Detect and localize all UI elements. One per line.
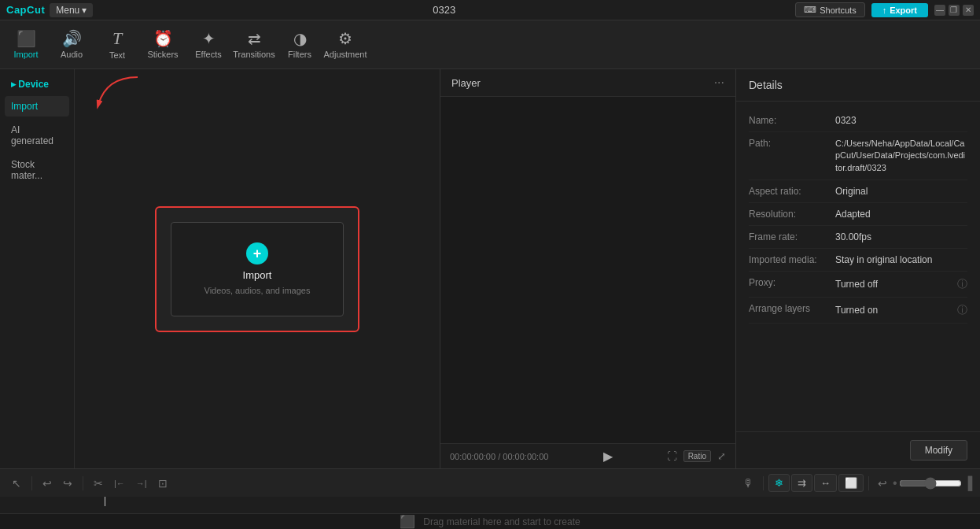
speed-button[interactable]: ⇉ (791, 474, 812, 492)
transitions-icon: ⇄ (248, 31, 261, 46)
details-header: Details (736, 69, 980, 102)
tool-text-label: Text (109, 50, 125, 60)
split-button[interactable]: ✂ (90, 475, 107, 492)
project-name: 0323 (433, 4, 455, 16)
main-content: ▸ Device Import AI generated Stock mater… (0, 69, 980, 468)
import-box[interactable]: + Import Videos, audios, and images (155, 206, 359, 332)
tool-transitions-label: Transitions (233, 50, 274, 59)
right-tool-group: 🎙 ❄ ⇉ ↔ ⬜ ↩ • ▐ (739, 474, 972, 492)
player-controls: 00:00:00:00 / 00:00:00:00 ▶ ⛶ Ratio ⤢ (440, 443, 735, 468)
arrange-info-icon[interactable]: ⓘ (957, 303, 967, 317)
sidebar-item-stock[interactable]: Stock mater... (5, 154, 69, 186)
detail-row-aspect: Aspect ratio: Original (749, 180, 967, 203)
tool-adjustment[interactable]: ⚙ Adjustment (322, 22, 368, 68)
trim-left-button[interactable]: |← (110, 476, 129, 490)
detail-label-framerate: Frame rate: (749, 231, 835, 242)
player-title: Player (451, 77, 481, 89)
separator-1 (31, 476, 32, 490)
group-button[interactable]: ⊡ (154, 475, 171, 492)
proxy-info-icon[interactable]: ⓘ (957, 277, 967, 291)
loop-button[interactable]: ↔ (814, 474, 837, 492)
left-panel: ▸ Device Import AI generated Stock mater… (0, 69, 440, 468)
shortcuts-button[interactable]: ⌨ Shortcuts (795, 2, 864, 17)
modify-button[interactable]: Modify (910, 440, 967, 461)
freeze-button[interactable]: ❄ (768, 474, 790, 492)
select-tool-button[interactable]: ↖ (8, 475, 25, 492)
bottom-toolbar: ↖ ↩ ↪ ✂ |← →| ⊡ 🎙 ❄ ⇉ ↔ ⬜ ↩ • ▐ (0, 468, 980, 497)
arrow-annotation (90, 73, 153, 120)
details-panel: Details Name: 0323 Path: C:/Users/Neha/A… (736, 69, 980, 468)
expand-btn[interactable]: ⤢ (717, 450, 726, 462)
import-icon: ⬛ (17, 31, 36, 46)
player-body (440, 97, 735, 443)
minimize-button[interactable]: — (934, 5, 945, 16)
detail-label-aspect: Aspect ratio: (749, 186, 835, 197)
detail-row-name: Name: 0323 (749, 109, 967, 132)
detail-row-proxy: Proxy: Turned off ⓘ (749, 272, 967, 298)
import-subtitle: Videos, audios, and images (204, 286, 311, 295)
separator-4 (868, 476, 869, 490)
player-menu-button[interactable]: ··· (714, 76, 724, 90)
drag-placeholder-label: Drag material here and start to create (423, 516, 580, 527)
tool-stickers[interactable]: ⏰ Stickers (140, 22, 186, 68)
tool-stickers-label: Stickers (147, 50, 178, 59)
window-controls: — ❐ ✕ (934, 5, 974, 16)
tool-transitions[interactable]: ⇄ Transitions (231, 22, 277, 68)
toolbar: ⬛ Import 🔊 Audio T Text ⏰ Stickers ✦ Eff… (0, 20, 980, 69)
timeline-placeholder: ⬛ Drag material here and start to create (400, 514, 580, 529)
trim-right-button[interactable]: →| (132, 476, 151, 490)
detail-row-resolution: Resolution: Adapted (749, 203, 967, 226)
play-button[interactable]: ▶ (603, 449, 613, 464)
timeline-ruler (0, 497, 980, 514)
ratio-badge[interactable]: Ratio (683, 450, 711, 462)
tool-text[interactable]: T Text (94, 22, 140, 68)
mic-button[interactable]: 🎙 (739, 475, 758, 492)
export-button[interactable]: ↑ Export (871, 3, 928, 17)
redo-button[interactable]: ↪ (59, 475, 76, 492)
stickers-icon: ⏰ (153, 31, 173, 46)
tool-effects-label: Effects (195, 50, 221, 59)
upload-icon: ↑ (882, 6, 887, 15)
close-button[interactable]: ✕ (963, 5, 974, 16)
zoom-slider[interactable] (899, 477, 962, 490)
import-inner: + Import Videos, audios, and images (171, 222, 344, 316)
placeholder-icon: ⬛ (400, 514, 415, 529)
detail-row-path: Path: C:/Users/Neha/AppData/Local/CapCut… (749, 132, 967, 180)
player-panel: Player ··· 00:00:00:00 / 00:00:00:00 ▶ ⛶… (440, 69, 736, 468)
details-body: Name: 0323 Path: C:/Users/Neha/AppData/L… (736, 102, 980, 431)
tool-audio[interactable]: 🔊 Audio (49, 22, 94, 68)
tool-effects[interactable]: ✦ Effects (186, 22, 231, 68)
filters-icon: ◑ (293, 31, 307, 46)
audio-icon: 🔊 (62, 31, 82, 46)
player-right-buttons: ⛶ Ratio ⤢ (667, 450, 726, 462)
import-label: Import (243, 269, 272, 281)
sidebar-item-import[interactable]: Import (5, 96, 69, 117)
detail-label-imported-media: Imported media: (749, 254, 835, 265)
top-bar-right: ⌨ Shortcuts ↑ Export — ❐ ✕ (795, 2, 974, 17)
keyboard-icon: ⌨ (804, 5, 816, 15)
timeline-area: ⬛ Drag material here and start to create (0, 497, 980, 529)
restore-button[interactable]: ❐ (949, 5, 960, 16)
undo-button[interactable]: ↩ (39, 475, 56, 492)
sidebar-item-ai[interactable]: AI generated (5, 120, 69, 151)
tool-filters[interactable]: ◑ Filters (277, 22, 322, 68)
app-logo: CapCut (6, 4, 45, 16)
fullscreen-btn[interactable]: ⛶ (667, 450, 677, 462)
player-header: Player ··· (440, 69, 735, 97)
timeline-playhead (105, 497, 105, 506)
detail-label-resolution: Resolution: (749, 209, 835, 220)
detail-value-name: 0323 (835, 115, 967, 126)
detail-value-arrange: Turned on ⓘ (835, 303, 967, 317)
subtitle-button[interactable]: ⬜ (838, 474, 864, 492)
undo-audio-button[interactable]: ↩ (874, 475, 891, 492)
effects-icon: ✦ (202, 31, 216, 46)
tool-adjustment-label: Adjustment (323, 50, 367, 59)
player-time-display: 00:00:00:00 / 00:00:00:00 (450, 452, 548, 461)
detail-value-framerate: 30.00fps (835, 231, 967, 242)
sidebar-device-header[interactable]: ▸ Device (5, 76, 69, 93)
detail-label-path: Path: (749, 138, 835, 174)
menu-button[interactable]: Menu ▾ (50, 3, 93, 17)
detail-label-proxy: Proxy: (749, 277, 835, 291)
tool-import[interactable]: ⬛ Import (3, 22, 49, 68)
detail-label-arrange: Arrange layers (749, 303, 835, 317)
